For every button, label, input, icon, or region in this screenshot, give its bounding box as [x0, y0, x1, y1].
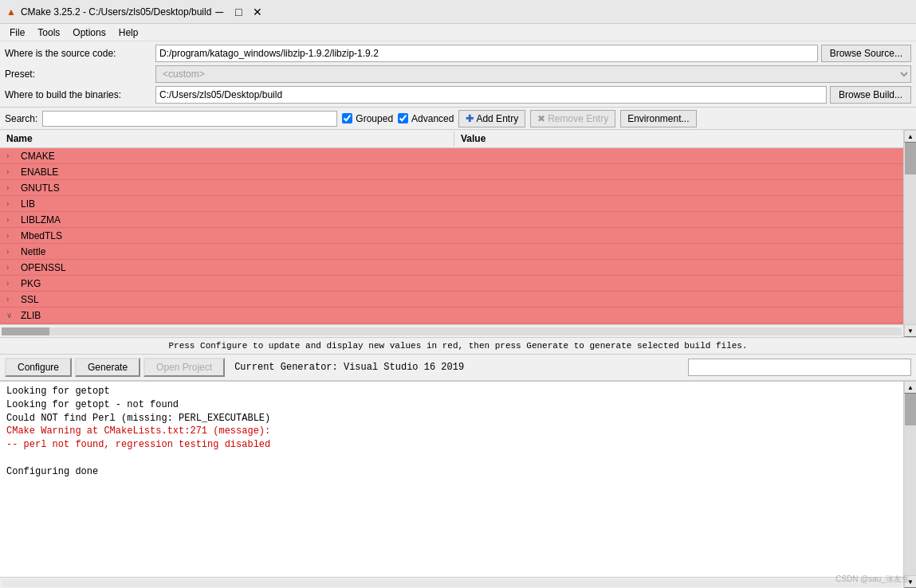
- table-row[interactable]: ›PKG: [0, 276, 903, 292]
- generator-extra-input[interactable]: [688, 359, 911, 376]
- title-bar: ▲ CMake 3.25.2 - C:/Users/zls05/Desktop/…: [0, 0, 916, 24]
- source-label: Where is the source code:: [5, 48, 152, 59]
- table-row[interactable]: ∨ZLIB: [0, 308, 903, 323]
- browse-build-button[interactable]: Browse Build...: [830, 86, 911, 104]
- group-value: [454, 234, 903, 237]
- expand-icon[interactable]: ›: [6, 199, 18, 208]
- build-row: Where to build the binaries: Browse Buil…: [5, 86, 911, 104]
- vertical-scrollbar-log[interactable]: ▲ ▼: [903, 381, 916, 588]
- search-label: Search:: [5, 113, 37, 124]
- x-icon: ✖: [537, 113, 545, 124]
- log-line: Looking for getopt - not found: [6, 398, 897, 412]
- group-name: LIB: [21, 198, 35, 210]
- expand-icon[interactable]: ›: [6, 215, 18, 224]
- expand-icon[interactable]: ›: [6, 151, 18, 160]
- expand-icon[interactable]: ›: [6, 231, 18, 240]
- group-value: [454, 250, 903, 253]
- advanced-checkbox-label[interactable]: Advanced: [398, 113, 454, 124]
- environment-button[interactable]: Environment...: [620, 110, 696, 127]
- group-name: Nettle: [21, 246, 45, 257]
- preset-select[interactable]: <custom>: [155, 65, 911, 83]
- log-line: -- perl not found, regression testing di…: [6, 438, 897, 452]
- build-label: Where to build the binaries:: [5, 89, 152, 100]
- log-horizontal-scrollbar[interactable]: [0, 577, 903, 588]
- table-row[interactable]: ›OPENSSL: [0, 260, 903, 276]
- preset-label: Preset:: [5, 69, 152, 80]
- group-name: PKG: [21, 278, 41, 289]
- table-row[interactable]: ›LIB: [0, 196, 903, 212]
- source-row: Where is the source code: Browse Source.…: [5, 45, 911, 62]
- status-bar: Press Configure to update and display ne…: [0, 337, 916, 355]
- table-row[interactable]: ›Nettle: [0, 244, 903, 260]
- build-input[interactable]: [155, 86, 827, 104]
- expand-icon[interactable]: ›: [6, 247, 18, 256]
- close-button[interactable]: ✕: [250, 4, 265, 20]
- vertical-scrollbar-table[interactable]: ▲ ▼: [903, 130, 916, 337]
- log-line: Configuring done: [6, 465, 897, 479]
- menu-bar: File Tools Options Help: [0, 24, 916, 41]
- horizontal-scrollbar[interactable]: [0, 324, 903, 337]
- maximize-button[interactable]: □: [230, 4, 246, 20]
- group-value: [454, 298, 903, 301]
- source-input[interactable]: [155, 45, 818, 62]
- group-name: MbedTLS: [21, 230, 62, 241]
- group-value: [454, 155, 903, 158]
- menu-help[interactable]: Help: [112, 25, 145, 40]
- search-input[interactable]: [42, 111, 337, 127]
- preset-row: Preset: <custom>: [5, 65, 911, 83]
- open-project-button[interactable]: Open Project: [143, 358, 225, 377]
- group-name: LIBLZMA: [21, 214, 61, 225]
- advanced-checkbox[interactable]: [398, 113, 408, 123]
- table-body[interactable]: ›CMAKE›ENABLE›GNUTLS›LIB›LIBLZMA›MbedTLS…: [0, 148, 903, 324]
- table-row[interactable]: ›CMAKE: [0, 148, 903, 164]
- group-name: CMAKE: [21, 151, 55, 162]
- group-name: GNUTLS: [21, 182, 60, 194]
- table-row[interactable]: ZLIB_INCLUDE_DIRC:/Program Files/zlib/in…: [0, 323, 903, 324]
- grouped-checkbox-label[interactable]: Grouped: [342, 113, 393, 124]
- browse-source-button[interactable]: Browse Source...: [821, 45, 911, 62]
- group-name: SSL: [21, 294, 39, 305]
- generator-text: Current Generator: Visual Studio 16 2019: [234, 362, 464, 373]
- menu-tools[interactable]: Tools: [31, 25, 66, 40]
- plus-icon: ✚: [466, 113, 474, 124]
- add-entry-button[interactable]: ✚ Add Entry: [458, 110, 525, 127]
- grouped-label: Grouped: [356, 113, 393, 124]
- table-row[interactable]: ›MbedTLS: [0, 228, 903, 244]
- scroll-down-button[interactable]: ▼: [904, 324, 916, 337]
- table-area: Name Value ›CMAKE›ENABLE›GNUTLS›LIB›LIBL…: [0, 130, 903, 337]
- menu-file[interactable]: File: [3, 25, 31, 40]
- col-value-header: Value: [454, 131, 903, 146]
- table-row[interactable]: ›SSL: [0, 292, 903, 308]
- log-area: Looking for getoptLooking for getopt - n…: [0, 381, 903, 588]
- table-header: Name Value: [0, 130, 903, 148]
- collapse-icon[interactable]: ∨: [6, 311, 18, 319]
- log-line: Could NOT find Perl (missing: PERL_EXECU…: [6, 412, 897, 425]
- table-row[interactable]: ›ENABLE: [0, 164, 903, 180]
- expand-icon[interactable]: ›: [6, 263, 18, 272]
- expand-icon[interactable]: ›: [6, 183, 18, 192]
- app-icon: ▲: [6, 6, 16, 18]
- title-text: CMake 3.25.2 - C:/Users/zls05/Desktop/bu…: [21, 6, 211, 18]
- log-content: Looking for getoptLooking for getopt - n…: [0, 381, 903, 577]
- log-line: Looking for getopt: [6, 385, 897, 398]
- minimize-button[interactable]: ─: [211, 4, 227, 20]
- group-name: OPENSSL: [21, 262, 66, 273]
- generate-button[interactable]: Generate: [75, 358, 140, 377]
- expand-icon[interactable]: ›: [6, 295, 18, 304]
- table-row[interactable]: ›GNUTLS: [0, 180, 903, 196]
- scroll-up-button[interactable]: ▲: [904, 130, 916, 143]
- advanced-label: Advanced: [411, 113, 454, 124]
- log-scroll-up-button[interactable]: ▲: [904, 381, 916, 394]
- expand-icon[interactable]: ›: [6, 167, 18, 176]
- table-row[interactable]: ›LIBLZMA: [0, 212, 903, 228]
- expand-icon[interactable]: ›: [6, 279, 18, 288]
- group-name: ZLIB: [21, 310, 41, 321]
- configure-button[interactable]: Configure: [5, 358, 72, 377]
- grouped-checkbox[interactable]: [342, 113, 352, 123]
- menu-options[interactable]: Options: [66, 25, 112, 40]
- remove-entry-button[interactable]: ✖ Remove Entry: [530, 110, 615, 127]
- group-value: [454, 218, 903, 221]
- child-name: ZLIB_INCLUDE_DIR: [26, 324, 480, 325]
- toolbar: Search: Grouped Advanced ✚ Add Entry ✖ R…: [0, 108, 916, 130]
- group-value: [454, 314, 903, 317]
